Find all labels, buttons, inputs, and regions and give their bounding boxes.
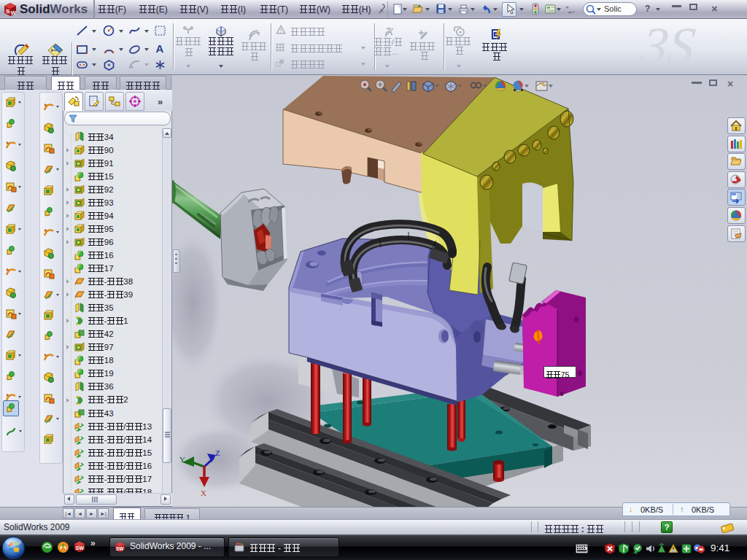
svg-text:SW: SW xyxy=(116,546,124,551)
svg-text:X: X xyxy=(201,489,206,497)
svg-text:W: W xyxy=(11,9,17,16)
svg-text:S: S xyxy=(6,8,10,15)
svg-text:Y: Y xyxy=(179,455,185,464)
svg-text:Z: Z xyxy=(215,448,220,457)
svg-text:SW: SW xyxy=(76,545,85,551)
svg-text:A: A xyxy=(156,42,164,54)
